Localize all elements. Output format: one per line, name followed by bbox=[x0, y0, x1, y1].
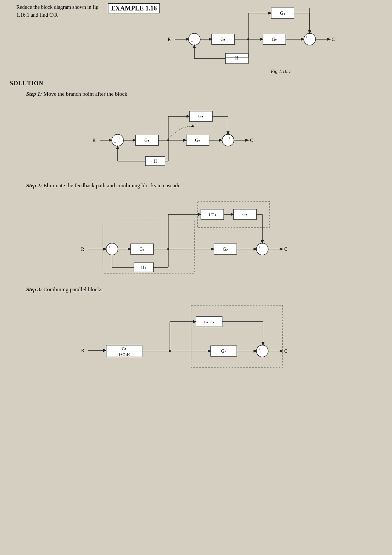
svg-text:G₃: G₃ bbox=[198, 114, 204, 119]
svg-text:1/G₁: 1/G₁ bbox=[209, 212, 216, 217]
svg-marker-30 bbox=[191, 125, 194, 127]
svg-text:−: − bbox=[191, 39, 193, 44]
h-label: H bbox=[235, 56, 238, 60]
step1-diagram: R + − + G₁ G₂ bbox=[85, 100, 307, 178]
svg-text:+: + bbox=[258, 244, 260, 249]
svg-text:G₂: G₂ bbox=[195, 138, 200, 143]
c-label: C bbox=[332, 37, 335, 42]
svg-text:+: + bbox=[228, 136, 231, 141]
svg-text:H: H bbox=[154, 159, 157, 164]
page: EXAMPLE 1.16 Reduce the block diagram sh… bbox=[0, 0, 392, 555]
svg-text:1+G₁H: 1+G₁H bbox=[118, 352, 130, 357]
svg-text:+: + bbox=[196, 35, 198, 40]
svg-text:R: R bbox=[92, 138, 96, 143]
solution-heading: SOLUTION bbox=[10, 80, 385, 87]
svg-text:H₁: H₁ bbox=[141, 265, 146, 270]
g1-label: G₁ bbox=[220, 37, 226, 42]
step3-diagram: R G₁ 1+G₁H G₃/G₁ G₂ bbox=[74, 295, 318, 380]
svg-text:G₂: G₂ bbox=[221, 349, 226, 354]
svg-text:+: + bbox=[263, 346, 265, 351]
svg-text:G₁: G₁ bbox=[144, 138, 150, 143]
svg-text:C: C bbox=[284, 349, 287, 354]
svg-text:C: C bbox=[250, 138, 253, 143]
step3-heading: Step 3: Combining parallel blocks bbox=[26, 286, 385, 293]
r-label: R bbox=[168, 37, 171, 42]
g2-label: G₂ bbox=[272, 37, 277, 42]
svg-text:G₃/G₁: G₃/G₁ bbox=[204, 319, 214, 324]
step2-heading: Step 2: Eliminate the feedback path and … bbox=[26, 182, 385, 189]
svg-text:+: + bbox=[310, 35, 312, 40]
svg-text:C: C bbox=[284, 247, 287, 252]
svg-text:G₃: G₃ bbox=[242, 212, 248, 217]
svg-text:G₂: G₂ bbox=[223, 247, 228, 252]
svg-text:+: + bbox=[119, 136, 121, 141]
g3-label: G₃ bbox=[280, 11, 285, 16]
svg-text:−: − bbox=[108, 249, 110, 254]
step2-diagram: R + − G₁ G₂ + + bbox=[74, 192, 318, 283]
fig-label: Fig 1.16.1 bbox=[270, 69, 291, 74]
svg-text:+: + bbox=[305, 35, 308, 40]
svg-text:+: + bbox=[263, 244, 265, 249]
svg-rect-89 bbox=[191, 305, 283, 367]
example-title: EXAMPLE 1.16 bbox=[108, 3, 160, 13]
svg-text:+: + bbox=[224, 136, 226, 141]
summing-junction-1 bbox=[188, 33, 200, 45]
svg-text:+: + bbox=[258, 346, 260, 351]
svg-text:G₁: G₁ bbox=[122, 346, 126, 351]
svg-text:G₁: G₁ bbox=[139, 247, 145, 252]
svg-text:R: R bbox=[81, 348, 84, 353]
svg-text:−: − bbox=[114, 140, 116, 145]
step1-heading: Step 1: Move the branch point after the … bbox=[26, 91, 385, 97]
svg-text:R: R bbox=[81, 247, 84, 252]
svg-text:+: + bbox=[191, 35, 193, 40]
fig-1-16-1: R + − + G₁ G₂ bbox=[160, 3, 382, 75]
intro-text: Reduce the block diagram shown in fig 1.… bbox=[16, 3, 108, 19]
